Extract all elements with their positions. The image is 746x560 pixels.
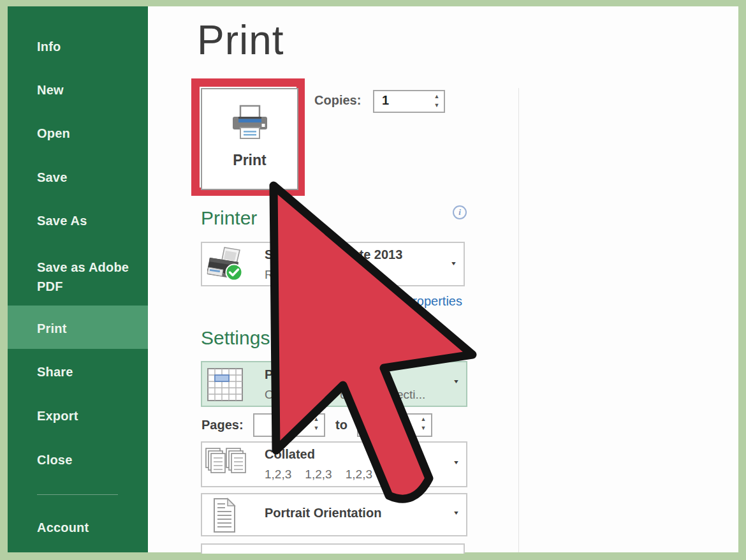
backstage-sidebar: Info New Open Save Save As Save as Adobe… — [8, 6, 148, 552]
sidebar-item-export[interactable]: Export — [37, 409, 78, 424]
orientation-caret-down-icon[interactable]: ▼ — [453, 510, 460, 516]
pages-from-spinner-down-icon[interactable]: ▼ — [311, 425, 321, 432]
sidebar-item-share[interactable]: Share — [37, 365, 73, 379]
collation-dropdown[interactable]: Collated 1,2,3 1,2,3 1,2,3 ▼ — [201, 441, 467, 487]
printer-icon — [231, 105, 268, 140]
collation-caret-down-icon[interactable]: ▼ — [453, 459, 460, 466]
sidebar-item-save[interactable]: Save — [37, 170, 68, 185]
print-what-description: Only print the current selecti... — [265, 388, 425, 402]
pages-from-spinner-up-icon[interactable]: ▲ — [311, 416, 321, 423]
sidebar-item-account[interactable]: Account — [37, 520, 89, 535]
pages-to-input[interactable] — [362, 416, 402, 431]
collated-pages-icon — [205, 448, 246, 483]
print-button[interactable]: Print — [201, 88, 298, 190]
orientation-title: Portrait Orientation — [265, 506, 381, 520]
sidebar-item-open[interactable]: Open — [37, 126, 70, 141]
sidebar-item-print[interactable]: Print — [37, 321, 67, 336]
page-title: Print — [197, 17, 284, 64]
preview-divider — [518, 88, 519, 552]
printer-heading: Printer — [201, 207, 257, 229]
printer-device-icon — [207, 247, 245, 283]
copies-spinner-up-icon[interactable]: ▲ — [432, 93, 442, 100]
print-button-label: Print — [202, 152, 297, 169]
sidebar-item-save-as[interactable]: Save As — [37, 214, 87, 228]
spreadsheet-icon — [207, 368, 243, 402]
orientation-dropdown[interactable]: Portrait Orientation ▼ — [201, 493, 467, 536]
pages-to-spinner-up-icon[interactable]: ▲ — [418, 416, 428, 423]
print-what-title: Print Selection — [265, 367, 354, 382]
sidebar-active-highlight — [8, 306, 148, 349]
pages-from-input[interactable] — [258, 416, 298, 431]
paper-size-dropdown-partial[interactable] — [201, 543, 465, 554]
pages-label: Pages: — [201, 418, 244, 432]
pages-from-stepper[interactable]: ▲ ▼ — [253, 413, 325, 437]
copies-stepper[interactable]: ▲ ▼ — [373, 90, 445, 113]
collation-subtitle: 1,2,3 1,2,3 1,2,3 — [265, 468, 372, 482]
portrait-page-icon — [212, 497, 237, 534]
print-what-dropdown[interactable]: Print Selection Only print the current s… — [201, 361, 467, 407]
copies-spinner-down-icon[interactable]: ▼ — [432, 102, 442, 109]
info-icon[interactable]: i — [453, 205, 467, 219]
settings-heading: Settings — [201, 327, 270, 349]
pages-to-label: to — [335, 418, 347, 432]
printer-status: Ready — [265, 268, 300, 282]
print-what-caret-down-icon[interactable]: ▼ — [453, 378, 460, 385]
sidebar-item-info[interactable]: Info — [37, 40, 61, 54]
sidebar-divider — [37, 494, 118, 495]
printer-name: Send To OneNote 2013 — [265, 247, 402, 262]
copies-input[interactable] — [381, 92, 421, 108]
sidebar-item-new[interactable]: New — [37, 83, 64, 98]
copies-label: Copies: — [314, 93, 361, 108]
printer-dropdown[interactable]: Send To OneNote 2013 Ready ▼ — [201, 242, 465, 286]
pages-to-stepper[interactable]: ▲ ▼ — [357, 413, 432, 437]
printer-caret-down-icon[interactable]: ▼ — [450, 260, 457, 267]
excel-print-backstage: Info New Open Save Save As Save as Adobe… — [0, 0, 746, 560]
sidebar-item-close[interactable]: Close — [37, 453, 72, 468]
pages-to-spinner-down-icon[interactable]: ▼ — [418, 425, 428, 432]
printer-properties-link[interactable]: Printer Properties — [344, 294, 462, 309]
sidebar-item-save-as-adobe-pdf[interactable]: Save as Adobe PDF — [37, 258, 134, 296]
collation-title: Collated — [265, 447, 315, 462]
